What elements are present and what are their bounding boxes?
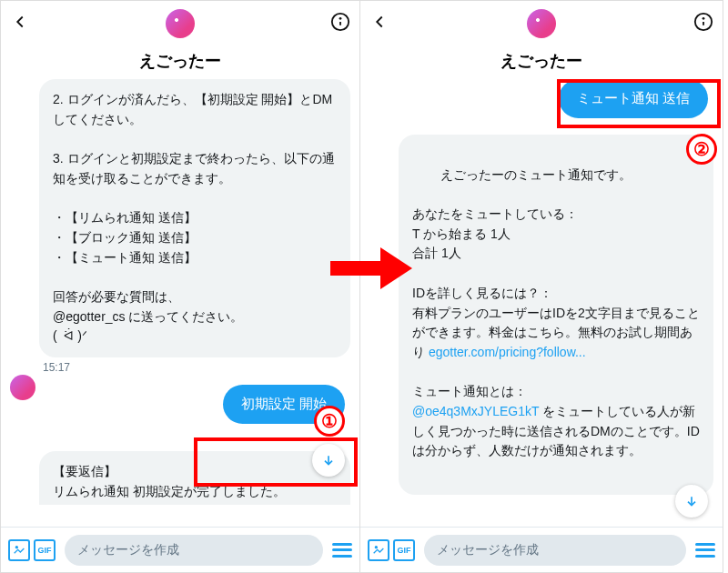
back-icon[interactable] (369, 12, 389, 35)
info-icon[interactable] (330, 12, 350, 35)
menu-icon[interactable] (332, 543, 352, 558)
svg-rect-5 (330, 261, 380, 276)
back-icon[interactable] (10, 12, 30, 35)
compose-input[interactable]: メッセージを作成 (65, 535, 323, 566)
annotation-circle-1: ① (314, 406, 345, 437)
pricing-link[interactable]: egotter.com/pricing?follow... (429, 345, 586, 359)
menu-icon[interactable] (695, 543, 715, 558)
photo-icon[interactable] (8, 539, 30, 561)
compose-input[interactable]: メッセージを作成 (424, 535, 686, 566)
svg-point-11 (375, 546, 377, 548)
incoming-message: 2. ログインが済んだら、【初期設定 開始】とDMしてください。 3. ログイン… (39, 79, 350, 357)
page-title: えごったー (360, 46, 723, 79)
scroll-down-button[interactable] (675, 485, 708, 518)
svg-point-4 (15, 546, 17, 548)
photo-icon[interactable] (368, 539, 389, 561)
scroll-down-button[interactable] (312, 444, 345, 477)
message-text: ミュート通知とは： (412, 384, 527, 398)
avatar[interactable] (527, 9, 556, 38)
svg-marker-6 (380, 247, 412, 289)
arrow-annotation (330, 246, 412, 291)
gif-icon[interactable]: GIF (393, 539, 415, 561)
avatar (10, 375, 35, 400)
page-title: えごったー (1, 46, 359, 79)
avatar[interactable] (166, 9, 195, 38)
incoming-message: えごったーのミュート通知です。 あなたをミュートしている： T から始まる 1人… (399, 135, 713, 495)
incoming-message: 【要返信】 リムられ通知 初期設定が完了しました。 (39, 451, 350, 505)
timestamp: 15:17 (43, 361, 350, 374)
message-text: えごったーのミュート通知です。 あなたをミュートしている： T から始まる 1人… (412, 167, 700, 359)
user-link[interactable]: @oe4q3MxJYLEG1kT (412, 404, 539, 418)
info-icon[interactable] (693, 12, 713, 35)
annotation-circle-2: ② (686, 134, 717, 165)
sent-pill-button[interactable]: ミュート通知 送信 (559, 79, 708, 118)
gif-icon[interactable]: GIF (34, 539, 56, 561)
